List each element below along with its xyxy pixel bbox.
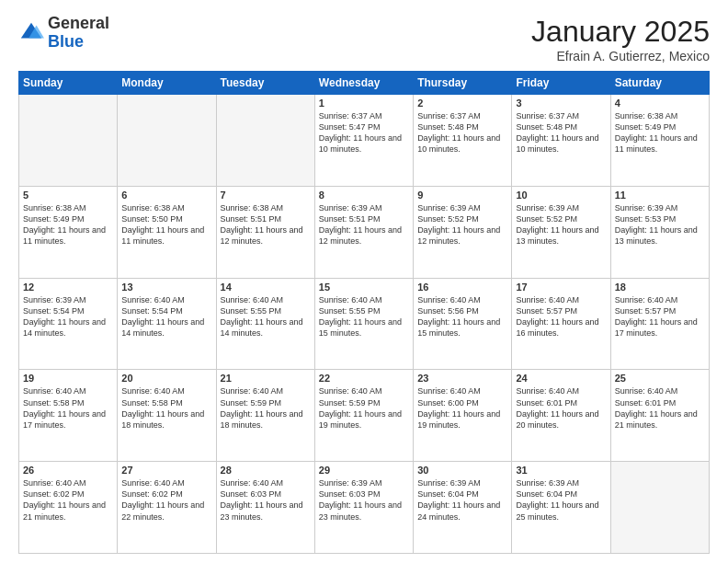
calendar-cell	[118, 95, 216, 187]
calendar-cell: 19Sunrise: 6:40 AMSunset: 5:58 PMDayligh…	[19, 370, 118, 462]
cell-info: Sunrise: 6:40 AMSunset: 6:03 PMDaylight:…	[221, 477, 311, 523]
day-number: 12	[23, 282, 113, 293]
calendar-cell: 26Sunrise: 6:40 AMSunset: 6:02 PMDayligh…	[19, 462, 118, 554]
week-row-4: 19Sunrise: 6:40 AMSunset: 5:58 PMDayligh…	[19, 370, 710, 462]
day-number: 14	[221, 282, 311, 293]
day-number: 3	[516, 98, 606, 109]
day-number: 18	[615, 282, 705, 293]
page: General Blue January 2025 Efrain A. Guti…	[0, 0, 728, 563]
cell-info: Sunrise: 6:40 AMSunset: 6:02 PMDaylight:…	[121, 477, 211, 523]
weekday-header-tuesday: Tuesday	[216, 72, 314, 95]
cell-info: Sunrise: 6:37 AMSunset: 5:48 PMDaylight:…	[417, 110, 507, 155]
calendar-cell: 23Sunrise: 6:40 AMSunset: 6:00 PMDayligh…	[414, 370, 512, 462]
calendar-cell: 13Sunrise: 6:40 AMSunset: 5:54 PMDayligh…	[118, 278, 216, 370]
weekday-header-monday: Monday	[118, 72, 216, 95]
cell-info: Sunrise: 6:37 AMSunset: 5:48 PMDaylight:…	[516, 110, 606, 155]
cell-info: Sunrise: 6:40 AMSunset: 6:01 PMDaylight:…	[516, 385, 606, 431]
day-number: 17	[516, 282, 606, 293]
cell-info: Sunrise: 6:40 AMSunset: 5:55 PMDaylight:…	[319, 294, 409, 339]
logo: General Blue	[18, 15, 109, 52]
weekday-header-sunday: Sunday	[19, 72, 118, 95]
logo-general: General	[48, 15, 109, 33]
cell-info: Sunrise: 6:40 AMSunset: 5:57 PMDaylight:…	[615, 294, 705, 339]
day-number: 2	[417, 98, 507, 109]
cell-info: Sunrise: 6:39 AMSunset: 5:54 PMDaylight:…	[23, 294, 113, 339]
day-number: 10	[516, 190, 606, 201]
cell-info: Sunrise: 6:39 AMSunset: 5:52 PMDaylight:…	[417, 202, 507, 247]
calendar-cell: 24Sunrise: 6:40 AMSunset: 6:01 PMDayligh…	[512, 370, 610, 462]
calendar-cell: 4Sunrise: 6:38 AMSunset: 5:49 PMDaylight…	[610, 95, 709, 187]
calendar-cell: 21Sunrise: 6:40 AMSunset: 5:59 PMDayligh…	[216, 370, 314, 462]
calendar-cell: 22Sunrise: 6:40 AMSunset: 5:59 PMDayligh…	[314, 370, 413, 462]
cell-info: Sunrise: 6:38 AMSunset: 5:49 PMDaylight:…	[615, 110, 705, 155]
logo-text: General Blue	[48, 15, 109, 52]
cell-info: Sunrise: 6:38 AMSunset: 5:50 PMDaylight:…	[121, 202, 211, 247]
calendar-cell: 3Sunrise: 6:37 AMSunset: 5:48 PMDaylight…	[512, 95, 610, 187]
day-number: 6	[121, 190, 211, 201]
calendar-cell: 5Sunrise: 6:38 AMSunset: 5:49 PMDaylight…	[19, 186, 118, 278]
day-number: 16	[417, 282, 507, 293]
week-row-5: 26Sunrise: 6:40 AMSunset: 6:02 PMDayligh…	[19, 462, 710, 554]
day-number: 19	[23, 373, 113, 384]
calendar-cell: 11Sunrise: 6:39 AMSunset: 5:53 PMDayligh…	[610, 186, 709, 278]
cell-info: Sunrise: 6:40 AMSunset: 5:57 PMDaylight:…	[516, 294, 606, 339]
day-number: 25	[615, 373, 705, 384]
day-number: 21	[221, 373, 311, 384]
subtitle: Efrain A. Gutierrez, Mexico	[531, 49, 710, 63]
day-number: 11	[615, 190, 705, 201]
weekday-header-row: SundayMondayTuesdayWednesdayThursdayFrid…	[19, 72, 710, 95]
calendar-cell: 16Sunrise: 6:40 AMSunset: 5:56 PMDayligh…	[414, 278, 512, 370]
cell-info: Sunrise: 6:39 AMSunset: 6:04 PMDaylight:…	[516, 477, 606, 523]
calendar-cell: 30Sunrise: 6:39 AMSunset: 6:04 PMDayligh…	[414, 462, 512, 554]
cell-info: Sunrise: 6:40 AMSunset: 5:59 PMDaylight:…	[319, 385, 409, 431]
calendar-cell: 31Sunrise: 6:39 AMSunset: 6:04 PMDayligh…	[512, 462, 610, 554]
calendar-cell: 6Sunrise: 6:38 AMSunset: 5:50 PMDaylight…	[118, 186, 216, 278]
week-row-2: 5Sunrise: 6:38 AMSunset: 5:49 PMDaylight…	[19, 186, 710, 278]
day-number: 29	[319, 465, 409, 476]
cell-info: Sunrise: 6:40 AMSunset: 5:58 PMDaylight:…	[23, 385, 113, 431]
calendar-cell	[216, 95, 314, 187]
day-number: 1	[319, 98, 409, 109]
week-row-1: 1Sunrise: 6:37 AMSunset: 5:47 PMDaylight…	[19, 95, 710, 187]
weekday-header-friday: Friday	[512, 72, 610, 95]
day-number: 20	[121, 373, 211, 384]
cell-info: Sunrise: 6:40 AMSunset: 6:02 PMDaylight:…	[23, 477, 113, 523]
calendar-cell: 17Sunrise: 6:40 AMSunset: 5:57 PMDayligh…	[512, 278, 610, 370]
day-number: 5	[23, 190, 113, 201]
cell-info: Sunrise: 6:39 AMSunset: 6:03 PMDaylight:…	[319, 477, 409, 523]
day-number: 7	[221, 190, 311, 201]
month-title: January 2025	[531, 15, 710, 49]
cell-info: Sunrise: 6:40 AMSunset: 5:54 PMDaylight:…	[121, 294, 211, 339]
day-number: 9	[417, 190, 507, 201]
logo-blue: Blue	[48, 33, 109, 52]
calendar-cell: 7Sunrise: 6:38 AMSunset: 5:51 PMDaylight…	[216, 186, 314, 278]
day-number: 30	[417, 465, 507, 476]
cell-info: Sunrise: 6:40 AMSunset: 6:00 PMDaylight:…	[417, 385, 507, 431]
day-number: 13	[121, 282, 211, 293]
day-number: 28	[221, 465, 311, 476]
day-number: 26	[23, 465, 113, 476]
calendar-table: SundayMondayTuesdayWednesdayThursdayFrid…	[18, 71, 710, 554]
day-number: 27	[121, 465, 211, 476]
calendar-cell: 10Sunrise: 6:39 AMSunset: 5:52 PMDayligh…	[512, 186, 610, 278]
day-number: 15	[319, 282, 409, 293]
day-number: 31	[516, 465, 606, 476]
cell-info: Sunrise: 6:37 AMSunset: 5:47 PMDaylight:…	[319, 110, 409, 155]
calendar-cell: 8Sunrise: 6:39 AMSunset: 5:51 PMDaylight…	[314, 186, 413, 278]
calendar-cell: 2Sunrise: 6:37 AMSunset: 5:48 PMDaylight…	[414, 95, 512, 187]
calendar-cell: 12Sunrise: 6:39 AMSunset: 5:54 PMDayligh…	[19, 278, 118, 370]
calendar-cell: 9Sunrise: 6:39 AMSunset: 5:52 PMDaylight…	[414, 186, 512, 278]
cell-info: Sunrise: 6:39 AMSunset: 6:04 PMDaylight:…	[417, 477, 507, 523]
cell-info: Sunrise: 6:40 AMSunset: 5:58 PMDaylight:…	[121, 385, 211, 431]
calendar-cell: 15Sunrise: 6:40 AMSunset: 5:55 PMDayligh…	[314, 278, 413, 370]
cell-info: Sunrise: 6:38 AMSunset: 5:51 PMDaylight:…	[221, 202, 311, 247]
cell-info: Sunrise: 6:40 AMSunset: 5:56 PMDaylight:…	[417, 294, 507, 339]
cell-info: Sunrise: 6:39 AMSunset: 5:51 PMDaylight:…	[319, 202, 409, 247]
day-number: 22	[319, 373, 409, 384]
cell-info: Sunrise: 6:40 AMSunset: 6:01 PMDaylight:…	[615, 385, 705, 431]
day-number: 4	[615, 98, 705, 109]
weekday-header-saturday: Saturday	[610, 72, 709, 95]
day-number: 24	[516, 373, 606, 384]
day-number: 23	[417, 373, 507, 384]
calendar-cell: 25Sunrise: 6:40 AMSunset: 6:01 PMDayligh…	[610, 370, 709, 462]
